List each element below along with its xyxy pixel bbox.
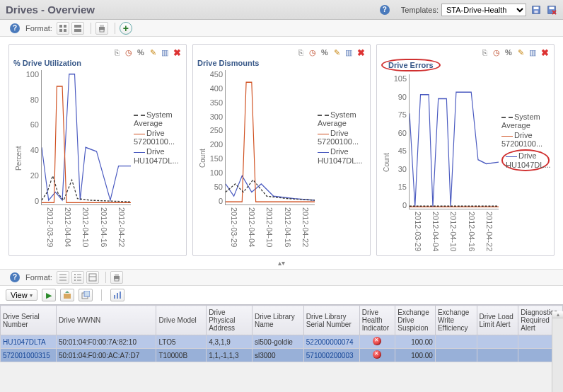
copy-icon[interactable]: ⎘ (296, 47, 306, 57)
cell-libname: sl3000 (253, 349, 304, 362)
column-header[interactable]: Drive Health Indicator (359, 306, 395, 335)
close-icon[interactable]: ✖ (540, 47, 550, 57)
cell-libname: sl500-goldie (253, 335, 304, 349)
plot-area (225, 70, 315, 205)
cell-model: T10000B (156, 349, 207, 362)
clock-icon[interactable]: ◷ (124, 47, 134, 57)
print-button[interactable] (95, 22, 108, 35)
edit-icon[interactable]: ✎ (332, 47, 342, 57)
percent-icon[interactable]: % (504, 47, 513, 57)
grid-view-button[interactable] (57, 22, 69, 35)
chart-panel: ⎘◷%✎▥✖Drive DismountsCount45040035030025… (192, 44, 371, 256)
cell-libserial: 571000200003 (303, 349, 359, 362)
column-header[interactable]: Drive Load Limit Alert (477, 306, 518, 335)
column-header[interactable]: Exchange Drive Suspicion (395, 306, 436, 335)
clock-icon[interactable]: ◷ (308, 47, 318, 57)
vertical-scrollbar[interactable] (552, 311, 563, 392)
list-view-button[interactable] (57, 271, 69, 284)
percent-icon[interactable]: % (320, 47, 330, 57)
table-row[interactable]: HU1047DLTA50:01:04:F0:00:7A:82:10LTO54,3… (1, 335, 563, 349)
panel-title: Drive Dismounts (197, 59, 366, 67)
templates-select[interactable]: STA-Drive-Health (441, 4, 526, 16)
column-header[interactable]: Drive Physical Address (207, 306, 253, 335)
view-menu-button[interactable]: View (6, 289, 37, 301)
panels-container: ⎘◷%✎▥✖% Drive UtilizationPercent10080604… (0, 37, 563, 259)
card-view-button[interactable] (71, 22, 84, 35)
format-label: Format: (25, 273, 52, 282)
drives-table[interactable]: Drive Serial NumberDrive WWNNDrive Model… (0, 305, 563, 362)
legend: System AverageDrive 57200100...Drive HU1… (131, 70, 182, 205)
help-icon[interactable]: ? (10, 272, 20, 282)
column-header[interactable]: Drive Library Serial Number (303, 306, 359, 335)
table-action-bar: View ▶ (0, 286, 563, 304)
x-axis: 2012-03-292012-04-042012-04-102012-04-16… (225, 205, 315, 247)
detach-button[interactable] (79, 289, 93, 301)
column-header[interactable]: Exchange Write Efficiency (435, 306, 477, 335)
drives-table-wrap: Drive Serial NumberDrive WWNNDrive Model… (0, 304, 563, 362)
svg-rect-2 (534, 10, 538, 13)
svg-rect-4 (550, 6, 555, 9)
y-axis-label: Percent (13, 70, 24, 247)
x-axis: 2012-03-292012-04-042012-04-102012-04-16… (41, 205, 131, 247)
svg-rect-35 (117, 293, 118, 299)
svg-rect-11 (74, 25, 81, 28)
y-axis-label: Count (381, 74, 392, 251)
clock-icon[interactable]: ◷ (492, 47, 501, 57)
cell-addr: 4,3,1,9 (207, 335, 253, 349)
plot-area (41, 70, 131, 205)
templates-label: Templates: (401, 6, 439, 14)
svg-rect-33 (84, 291, 90, 296)
bullet-view-button[interactable] (71, 271, 84, 284)
svg-point-21 (74, 277, 76, 278)
edit-icon[interactable]: ✎ (516, 47, 526, 57)
cell-health (359, 335, 395, 349)
svg-point-23 (74, 279, 76, 281)
export-button[interactable] (60, 289, 74, 301)
legend-item: Drive 57200100... (501, 131, 550, 148)
close-icon[interactable]: ✖ (172, 47, 182, 57)
table-row[interactable]: 57200100031550:01:04:F0:00:AC:A7:D7T1000… (1, 349, 563, 362)
copy-icon[interactable]: ⎘ (112, 47, 122, 57)
svg-rect-8 (64, 25, 66, 28)
column-header[interactable]: Drive Serial Number (1, 306, 57, 335)
legend-item: Drive 57200100... (318, 129, 366, 146)
svg-rect-36 (120, 292, 121, 299)
bar-icon[interactable]: ▥ (344, 47, 354, 57)
help-icon[interactable]: ? (10, 23, 20, 33)
health-bad-icon (373, 337, 381, 345)
legend: System AverageDrive 57200100...Drive HU1… (315, 70, 366, 205)
health-bad-icon (373, 350, 381, 359)
run-button[interactable]: ▶ (42, 289, 56, 301)
y-axis-label: Count (197, 70, 208, 247)
edit-icon[interactable]: ✎ (148, 47, 158, 57)
percent-icon[interactable]: % (136, 47, 146, 57)
close-icon[interactable]: ✖ (356, 47, 366, 57)
add-panel-button[interactable]: + (120, 22, 132, 35)
separator (101, 289, 102, 301)
x-axis: 2012-03-292012-04-042012-04-102012-04-16… (409, 209, 499, 251)
separator (105, 272, 106, 283)
cell-writeeff (435, 335, 477, 349)
column-header[interactable]: Drive Model (156, 306, 207, 335)
svg-rect-12 (74, 29, 81, 32)
separator (91, 23, 91, 34)
detail-view-button[interactable] (86, 271, 99, 284)
chart-button[interactable] (110, 289, 124, 301)
collapse-handle[interactable]: ▴▾ (0, 259, 563, 269)
column-header[interactable]: Drive WWNN (56, 306, 156, 335)
copy-icon[interactable]: ⎘ (480, 47, 489, 57)
column-header[interactable]: Drive Library Name (253, 306, 304, 335)
save-template-button[interactable] (530, 4, 542, 16)
legend: System AverageDrive 57200100...Drive HU1… (499, 74, 550, 209)
table-header-row: Drive Serial NumberDrive WWNNDrive Model… (1, 306, 563, 335)
print-button[interactable] (110, 271, 123, 284)
delete-template-button[interactable] (546, 4, 557, 16)
format-label: Format: (25, 24, 52, 33)
bar-icon[interactable]: ▥ (160, 47, 170, 57)
bar-icon[interactable]: ▥ (528, 47, 538, 57)
svg-rect-29 (115, 279, 119, 281)
cell-model: LTO5 (156, 335, 207, 349)
cell-writeeff (435, 349, 477, 362)
legend-item: Drive HU1047DL... (134, 147, 182, 164)
help-icon[interactable]: ? (380, 5, 390, 15)
